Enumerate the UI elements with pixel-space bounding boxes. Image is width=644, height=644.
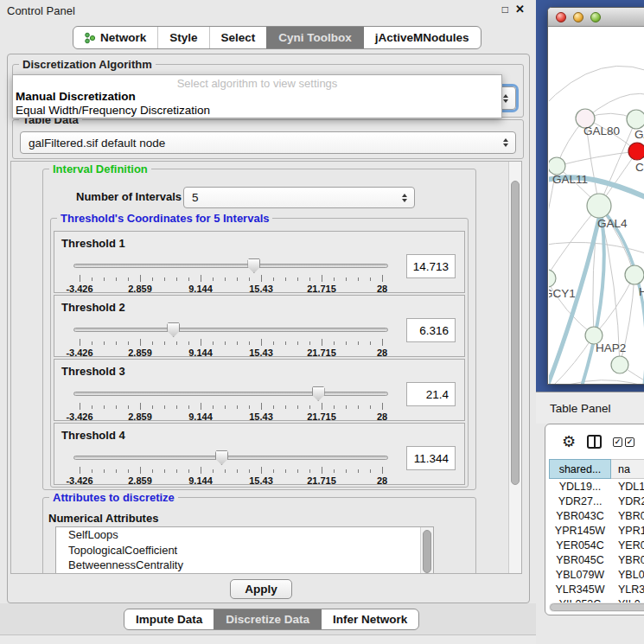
panel-scrollbar[interactable] bbox=[508, 162, 521, 573]
numerical-attributes-list[interactable]: SelfLoopsTopologicalCoefficientBetweenne… bbox=[55, 526, 434, 574]
column-header-na[interactable]: na bbox=[611, 459, 644, 479]
tab-jactivemnodules[interactable]: jActiveMNodules bbox=[363, 27, 481, 48]
tick-mark bbox=[370, 277, 371, 281]
tick-mark bbox=[225, 341, 226, 345]
checkbox-icon[interactable]: ✓ bbox=[613, 437, 622, 447]
table-row[interactable]: YLR345WYLR3 bbox=[549, 582, 644, 596]
tick-mark bbox=[116, 277, 117, 281]
tick-mark bbox=[116, 469, 117, 473]
attributes-scrollbar[interactable] bbox=[420, 527, 433, 574]
table-row[interactable]: YPR145WYPR1 bbox=[549, 523, 644, 538]
table-row[interactable]: YER054CYER0 bbox=[549, 538, 644, 552]
tick-mark bbox=[201, 339, 201, 346]
column-header-shared[interactable]: shared... bbox=[549, 459, 611, 479]
network-node-gal11[interactable] bbox=[549, 157, 565, 175]
threshold-rows: Threshold 1-3.4262.8599.14415.4321.71528… bbox=[51, 231, 468, 487]
tick-mark bbox=[358, 405, 359, 409]
attribute-item-selfloops[interactable]: SelfLoops bbox=[56, 527, 433, 543]
slider-tick-labels: -3.4262.8599.14415.4321.71528 bbox=[80, 475, 382, 486]
threshold-slider[interactable]: -3.4262.8599.14415.4321.71528 bbox=[73, 451, 388, 486]
panel-scrollbar-thumb[interactable] bbox=[511, 181, 520, 485]
slider-track[interactable] bbox=[73, 456, 388, 460]
slider-track[interactable] bbox=[73, 328, 388, 332]
tab-network[interactable]: Network bbox=[73, 27, 157, 48]
table-scrollbar-thumb[interactable] bbox=[550, 603, 644, 611]
tick-mark bbox=[152, 405, 153, 409]
slider-thumb[interactable] bbox=[215, 450, 228, 465]
threshold-slider[interactable]: -3.4262.8599.14415.4321.71528 bbox=[73, 259, 388, 294]
close-panel-icon[interactable]: ✕ bbox=[515, 3, 525, 16]
threshold-value-field[interactable] bbox=[406, 446, 456, 470]
attribute-item-topologicalcoefficient[interactable]: TopologicalCoefficient bbox=[56, 543, 433, 558]
gear-icon[interactable]: ⚙ bbox=[562, 434, 576, 450]
slider-track[interactable] bbox=[73, 264, 388, 268]
tick-mark bbox=[92, 405, 92, 409]
network-node-h[interactable] bbox=[625, 265, 644, 284]
slider-thumb[interactable] bbox=[247, 258, 260, 273]
split-columns-icon[interactable] bbox=[587, 435, 602, 449]
bottom-tab-infer-network-label: Infer Network bbox=[333, 613, 407, 626]
zoom-window-icon[interactable] bbox=[590, 12, 601, 22]
close-window-icon[interactable] bbox=[556, 12, 566, 22]
number-of-intervals-combobox[interactable]: 5 bbox=[183, 187, 415, 208]
network-window-titlebar[interactable] bbox=[548, 8, 644, 27]
network-edge[interactable] bbox=[549, 380, 644, 384]
tick-label: 15.43 bbox=[249, 411, 273, 422]
node-label-c: C bbox=[635, 161, 644, 174]
table-data-combobox-value: galFiltered.sif default node bbox=[29, 137, 165, 150]
tick-mark bbox=[309, 405, 310, 409]
algorithm-option-manual-discretization[interactable]: Manual Discretization bbox=[13, 90, 501, 104]
attributes-scrollbar-thumb[interactable] bbox=[423, 530, 431, 573]
tick-mark bbox=[104, 277, 105, 281]
network-node-gcy1[interactable] bbox=[549, 270, 556, 287]
table-row[interactable]: YBL079WYBL0 bbox=[549, 567, 644, 582]
tab-select[interactable]: Select bbox=[209, 27, 267, 48]
threshold-value-field[interactable] bbox=[406, 254, 456, 278]
node-label-gcy1: GCY1 bbox=[549, 287, 576, 300]
network-edge[interactable] bbox=[549, 66, 644, 110]
network-node-gal4[interactable] bbox=[587, 194, 611, 218]
table-row[interactable]: YDL19...YDL1 bbox=[549, 479, 644, 494]
table-horizontal-scrollbar[interactable] bbox=[549, 603, 644, 612]
algorithm-popup-options: Manual DiscretizationEqual Width/Frequen… bbox=[13, 90, 501, 118]
tab-style[interactable]: Style bbox=[157, 27, 208, 48]
table-row[interactable]: YDR27...YDR2 bbox=[549, 494, 644, 508]
tick-mark bbox=[297, 277, 298, 281]
network-node[interactable] bbox=[611, 356, 628, 373]
threshold-slider[interactable]: -3.4262.8599.14415.4321.71528 bbox=[73, 323, 388, 358]
network-view-window: GAL80GACGAL11GAL4GCY1HHAP2 bbox=[547, 7, 644, 385]
threshold-value-field[interactable] bbox=[406, 382, 456, 406]
apply-button[interactable]: Apply bbox=[230, 579, 292, 599]
tick-mark bbox=[297, 405, 298, 409]
tick-mark bbox=[237, 405, 238, 409]
table-row[interactable]: YBR045CYBR0 bbox=[549, 552, 644, 567]
slider-thumb[interactable] bbox=[167, 322, 180, 337]
threshold-label: Threshold 1 bbox=[61, 237, 125, 250]
bottom-tab-impute-data[interactable]: Impute Data bbox=[124, 609, 214, 629]
tick-mark bbox=[213, 341, 214, 345]
tick-mark bbox=[164, 277, 165, 281]
network-node-c[interactable] bbox=[628, 143, 644, 160]
minimize-window-icon[interactable] bbox=[573, 12, 583, 22]
slider-track[interactable] bbox=[73, 392, 388, 396]
slider-thumb[interactable] bbox=[312, 386, 325, 401]
attribute-item-betweennesscentrality[interactable]: BetweennessCentrality bbox=[56, 558, 433, 573]
threshold-value-field[interactable] bbox=[406, 318, 456, 342]
network-canvas[interactable]: GAL80GACGAL11GAL4GCY1HHAP2 bbox=[549, 28, 644, 384]
bottom-strip bbox=[0, 634, 536, 644]
tick-mark bbox=[164, 341, 165, 345]
checkbox-icon[interactable]: ✓ bbox=[625, 437, 634, 447]
network-node-ga[interactable] bbox=[627, 110, 644, 129]
bottom-tab-discretize-data[interactable]: Discretize Data bbox=[214, 609, 321, 629]
table-row[interactable]: YBR043CYBR0 bbox=[549, 508, 644, 523]
tab-cyni-toolbox[interactable]: Cyni Toolbox bbox=[266, 27, 363, 48]
float-window-icon[interactable]: □ bbox=[502, 3, 508, 16]
threshold-slider[interactable]: -3.4262.8599.14415.4321.71528 bbox=[73, 387, 388, 422]
tick-mark bbox=[346, 341, 347, 345]
tick-mark bbox=[213, 277, 214, 281]
bottom-tab-infer-network[interactable]: Infer Network bbox=[321, 609, 418, 629]
cell-shared-name: YBR045C bbox=[549, 554, 611, 566]
algorithm-option-equal-width-frequency-discretization[interactable]: Equal Width/Frequency Discretization bbox=[13, 104, 501, 118]
table-data-combobox[interactable]: galFiltered.sif default node bbox=[20, 131, 516, 154]
network-edge[interactable] bbox=[557, 151, 637, 166]
